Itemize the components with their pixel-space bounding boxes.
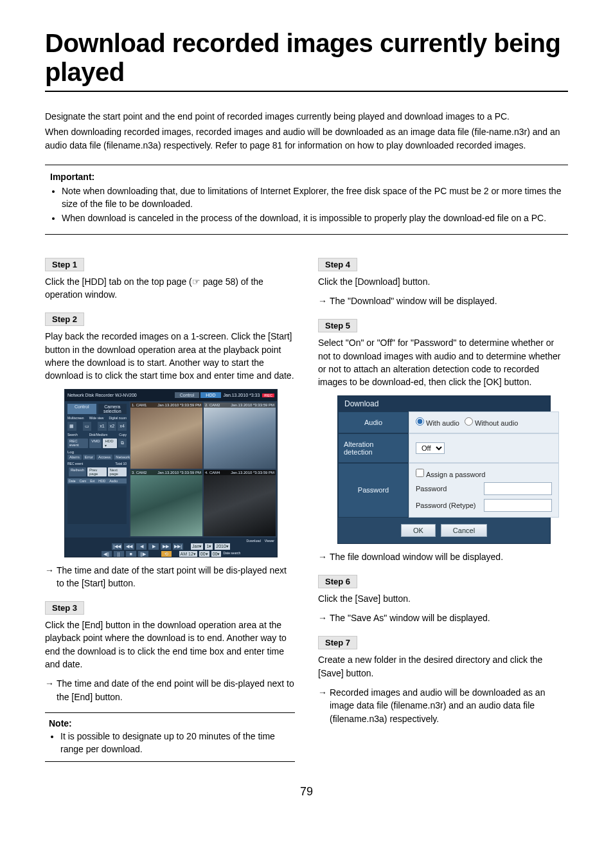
step-4-arrow: →The "Download" window will be displayed… (318, 294, 568, 307)
copy-button[interactable]: ⧉ (118, 439, 127, 448)
date-year-select[interactable]: 2010 ▾ (215, 543, 230, 550)
skip-forward-button[interactable]: ▶▶| (173, 543, 183, 550)
refresh-button[interactable]: Refresh (69, 467, 86, 476)
label-diskmedium: Disk/Medium (89, 433, 108, 437)
step-3-body: Click the [End] button in the download o… (45, 619, 295, 671)
operation-window-screenshot: Network Disk Recorder WJ-NV200 Control H… (64, 389, 278, 557)
important-box: Important: Note when downloading that, d… (45, 165, 568, 235)
sidebar: Control Camera selection Multiscreen Wid… (65, 401, 129, 538)
pause-button[interactable]: || (114, 551, 124, 557)
reverse-play-button[interactable]: ◀ (136, 543, 147, 550)
step-5-body: Select "On" or "Off" for "Password" to d… (318, 336, 568, 388)
ok-button[interactable]: OK (401, 524, 436, 537)
date-day-select[interactable]: 1 ▾ (205, 543, 213, 550)
tab-camera-selection[interactable]: Camera selection (98, 404, 127, 414)
page-number: 79 (0, 785, 613, 799)
hdd-select[interactable]: HDD ▾ (103, 439, 117, 448)
tab-hdd[interactable]: HDD (200, 392, 220, 398)
time-hour-select[interactable]: AM 12 ▾ (179, 551, 197, 557)
intro-paragraph: Designate the start point and the end po… (45, 110, 568, 123)
assign-password-checkbox[interactable]: Assign a password (416, 469, 485, 478)
tab-control-side[interactable]: Control (67, 404, 96, 414)
step-6-tag: Step 6 (318, 575, 357, 588)
label-wideview: Wide view (89, 416, 104, 420)
time-min-select[interactable]: 00 ▾ (199, 551, 209, 557)
multiscreen-button[interactable]: ▦ (67, 422, 76, 431)
log-alarm[interactable]: Alarm (67, 455, 82, 460)
page-title: Download recorded images currently being… (45, 29, 568, 92)
camera-pane-4[interactable]: 4. CAM4Jan.13.2010 *3:33:59 PM (204, 470, 276, 536)
zoom-out-button[interactable]: x1 (98, 422, 107, 431)
next-page-button[interactable]: Next page (108, 467, 127, 476)
rec-event-button[interactable]: REC event (67, 439, 88, 448)
with-audio-option[interactable]: With audio (416, 417, 459, 427)
col-evt: Evt (90, 479, 94, 483)
stop-button[interactable]: ■ (126, 551, 136, 557)
pane-2-label: 2. CAM2 (205, 403, 220, 407)
step-3-tag: Step 3 (45, 601, 84, 615)
frame-back-button[interactable]: ◀|| (102, 551, 112, 557)
step-6-body: Click the [Save] button. (318, 592, 568, 605)
col-date: Date (69, 479, 76, 483)
col-audio: Audio (109, 479, 118, 483)
step-4-body: Click the [Download] button. (318, 275, 568, 288)
pane-3-label: 3. CAM2 (132, 471, 147, 475)
camera-pane-3[interactable]: 3. CAM2Jan.13.2010 *3:33:59 PM (130, 470, 202, 536)
vmd-button[interactable]: VMD (89, 439, 102, 448)
password-label: Password (416, 485, 480, 493)
important-item: Note when downloading that, due to limit… (62, 185, 563, 212)
skip-back-button[interactable]: |◀◀ (112, 543, 122, 550)
fast-forward-button[interactable]: ▶▶ (161, 543, 171, 550)
tab-control[interactable]: Control (175, 392, 200, 398)
viewer-button[interactable]: Viewer (265, 539, 274, 543)
step-1-body: Click the [HDD] tab on the top page (☞ p… (45, 275, 295, 302)
step-2-arrow: →The time and date of the start point wi… (45, 564, 295, 590)
pane-1-time: Jan.13.2010 *3:33:59 PM (157, 403, 201, 407)
log-list-area[interactable] (67, 485, 127, 524)
prev-page-button[interactable]: Prev page (87, 467, 106, 476)
wideview-button[interactable]: ▭ (83, 422, 92, 431)
intro-paragraph: When downloading recorded images, record… (45, 125, 568, 152)
note-header: Note: (49, 718, 291, 728)
step-5-tag: Step 5 (318, 319, 357, 332)
clock-readout: Jan.13.2010 *3:33 (224, 393, 260, 397)
rec-event-label: REC event (67, 462, 83, 466)
date-search-button[interactable]: Date search (223, 551, 240, 557)
dialog-title: Download (338, 396, 550, 411)
download-dialog: Download Audio With audio Without audio … (337, 395, 551, 544)
date-month-select[interactable]: Jan ▾ (191, 543, 203, 550)
latest-button[interactable]: ⟲ (161, 551, 172, 557)
intro-block: Designate the start point and the end po… (45, 110, 568, 152)
rec-badge: REC (262, 393, 274, 397)
camera-pane-2[interactable]: 2. CAM2Jan.13.2010 *3:33:59 PM (204, 402, 276, 469)
zoom-in1-button[interactable]: x2 (108, 422, 117, 431)
device-model: Network Disk Recorder WJ-NV200 (67, 393, 137, 397)
play-button[interactable]: ▶ (148, 543, 159, 550)
pane-2-time: Jan.13.2010 *3:33:59 PM (231, 403, 274, 407)
without-audio-option[interactable]: Without audio (465, 417, 518, 427)
step-4-tag: Step 4 (318, 258, 357, 271)
log-error[interactable]: Error (83, 455, 95, 460)
pane-3-time: Jan.13.2010 *3:33:59 PM (157, 471, 201, 475)
download-button[interactable]: Download (247, 539, 261, 543)
alteration-select[interactable]: Off (416, 442, 445, 454)
frame-forward-button[interactable]: ||▶ (138, 551, 148, 557)
note-item: It is possible to designate up to 20 min… (60, 730, 291, 756)
col-cam: Cam (80, 479, 87, 483)
password-retype-input[interactable] (484, 499, 552, 512)
note-box: Note: It is possible to designate up to … (45, 712, 295, 762)
pane-4-time: Jan.13.2010 *3:33:59 PM (231, 471, 274, 475)
important-item: When download is canceled in the process… (62, 212, 563, 226)
pane-1-label: 1. CAM1 (132, 403, 147, 407)
password-input[interactable] (484, 482, 552, 495)
zoom-in2-button[interactable]: x4 (118, 422, 127, 431)
log-header: Log (67, 450, 127, 454)
log-access[interactable]: Access (96, 455, 112, 460)
time-sec-select[interactable]: 00 ▾ (211, 551, 222, 557)
password-retype-label: Password (Retype) (416, 502, 480, 509)
step-6-arrow: →The "Save As" window will be displayed. (318, 611, 568, 624)
rewind-button[interactable]: ◀◀ (124, 543, 134, 550)
cancel-button[interactable]: Cancel (441, 524, 487, 537)
camera-pane-1[interactable]: 1. CAM1Jan.13.2010 *3:33:59 PM (130, 402, 202, 469)
step-7-arrow: →Recorded images and audio will be downl… (318, 686, 568, 725)
